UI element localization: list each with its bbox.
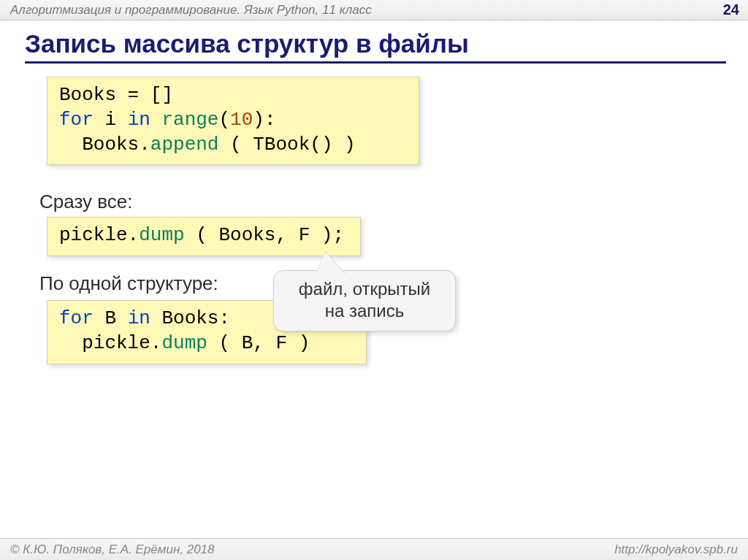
func-name: append xyxy=(150,134,219,156)
code-text: pickle. xyxy=(59,224,139,246)
subtitle-all: Сразу все: xyxy=(39,191,132,213)
page-number: 24 xyxy=(723,1,739,18)
func-name: dump xyxy=(139,224,184,246)
func-name: range xyxy=(150,109,219,131)
keyword: in xyxy=(128,109,150,131)
callout-line: на запись xyxy=(283,300,446,322)
code-block-2: pickle.dump ( Books, F ); xyxy=(47,217,361,256)
code-text: pickle. xyxy=(59,332,161,354)
code-block-1: Books = [] for i in range(10): Books.app… xyxy=(47,77,419,165)
topbar: Алгоритмизация и программирование. Язык … xyxy=(0,0,748,20)
func-name: dump xyxy=(161,332,207,354)
course-name: Алгоритмизация и программирование. Язык … xyxy=(10,3,372,18)
code-text: ( B, F ) xyxy=(207,332,310,354)
callout-bubble: файл, открытый на запись xyxy=(273,270,456,331)
callout-line: файл, открытый xyxy=(283,278,446,300)
footer-left: © К.Ю. Поляков, Е.А. Ерёмин, 2018 xyxy=(10,542,215,557)
code-text: i xyxy=(94,109,128,131)
code-text: Books = [] xyxy=(59,84,173,106)
subtitle-each: По одной структуре: xyxy=(39,272,218,295)
footer: © К.Ю. Поляков, Е.А. Ерёмин, 2018 http:/… xyxy=(0,538,748,560)
slide: Алгоритмизация и программирование. Язык … xyxy=(0,0,748,560)
code-text: ): xyxy=(253,109,275,131)
code-text: B xyxy=(94,307,128,329)
code-text: ( TBook() ) xyxy=(218,134,355,156)
code-text: ( Books, F ); xyxy=(185,224,344,246)
page-title: Запись массива структур в файлы xyxy=(25,29,726,64)
footer-right: http://kpolyakov.spb.ru xyxy=(614,542,738,557)
code-text: Books: xyxy=(150,307,230,329)
keyword: in xyxy=(128,307,150,329)
code-text: ( xyxy=(218,109,230,131)
keyword: for xyxy=(59,109,94,131)
keyword: for xyxy=(59,307,94,329)
code-text: Books. xyxy=(59,134,150,156)
number-literal: 10 xyxy=(230,109,253,131)
